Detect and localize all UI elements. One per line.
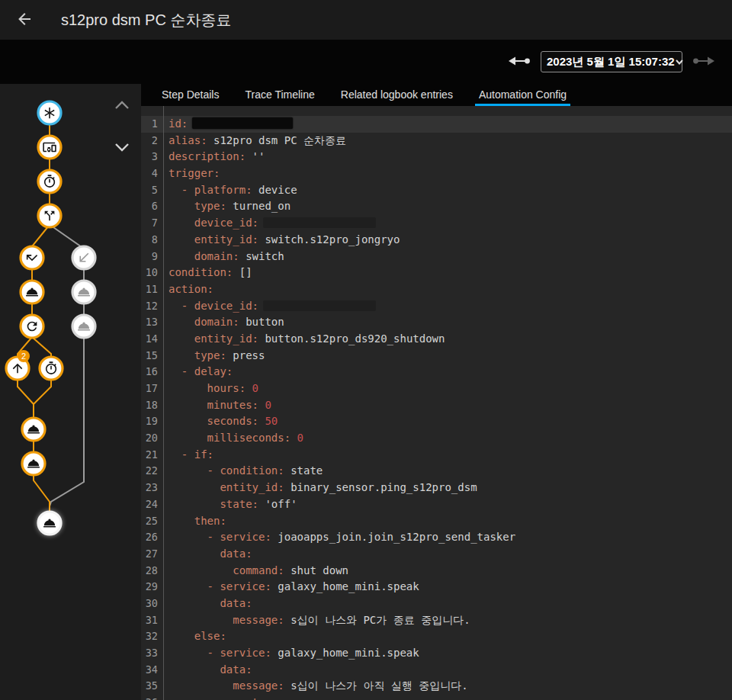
line-number: 16 — [141, 364, 163, 381]
code-line[interactable]: 20 milliseconds: 0 — [141, 430, 732, 447]
code-line[interactable]: 10condition: [] — [141, 265, 732, 281]
tab-trace-timeline[interactable]: Trace Timeline — [241, 84, 318, 106]
line-number: 14 — [141, 331, 163, 348]
code-line[interactable]: 32 else: — [141, 628, 732, 645]
code-line[interactable]: 15 type: press — [141, 348, 732, 364]
previous-trace-button[interactable] — [506, 51, 532, 72]
code-line[interactable]: 28 command: shut down — [141, 563, 732, 580]
line-number: 8 — [141, 232, 163, 249]
code-line[interactable]: 26 - service: joaoapps_join.join_s12pro_… — [141, 529, 732, 546]
graph-node-timer-icon[interactable] — [38, 170, 61, 193]
line-number: 13 — [141, 314, 163, 331]
code-line[interactable]: 36 - repeat: — [141, 695, 732, 700]
graph-node-room-service-icon[interactable] — [22, 452, 45, 475]
line-text: message: s십이 나스와 PC가 종료 중입니다. — [163, 612, 470, 629]
chevron-up-icon — [112, 97, 132, 116]
line-number: 20 — [141, 430, 163, 447]
trace-run-select[interactable]: 2023년 5월 1일 15:07:32 — [541, 51, 682, 72]
code-line[interactable]: 1id: — [141, 116, 732, 133]
graph-node-timer-icon[interactable] — [40, 357, 63, 380]
line-text: type: turned_on — [163, 198, 291, 215]
code-line[interactable]: 35 message: s십이 나스가 아직 실행 중입니다. — [141, 678, 732, 695]
code-line[interactable]: 14 entity_id: button.s12pro_ds920_shutdo… — [141, 331, 732, 348]
line-text: condition: [] — [163, 265, 252, 281]
graph-node-call-split-icon[interactable] — [38, 204, 61, 227]
tab-step-details[interactable]: Step Details — [158, 84, 223, 106]
line-text: domain: switch — [163, 249, 284, 265]
code-line[interactable]: 13 domain: button — [141, 314, 732, 331]
code-line[interactable]: 27 data: — [141, 546, 732, 563]
line-text: id: — [163, 116, 293, 133]
previous-node-button[interactable] — [111, 96, 133, 116]
code-line[interactable]: 23 entity_id: binary_sensor.ping_s12pro_… — [141, 480, 732, 496]
line-text: trigger: — [163, 165, 220, 182]
code-line[interactable]: 5 - platform: device — [141, 182, 732, 199]
code-line[interactable]: 25 then: — [141, 513, 732, 530]
graph-node-room-service-icon[interactable] — [21, 281, 43, 303]
graph-node-refresh-icon[interactable] — [21, 315, 43, 338]
code-line[interactable]: 30 data: — [141, 596, 732, 612]
line-number: 17 — [141, 381, 163, 397]
trace-graph-panel: 2 — [0, 84, 141, 700]
code-line[interactable]: 31 message: s십이 나스와 PC가 종료 중입니다. — [141, 612, 732, 629]
code-line[interactable]: 21 - if: — [141, 447, 732, 464]
code-line[interactable]: 24 state: 'off' — [141, 496, 732, 513]
graph-node-room-service-icon[interactable] — [38, 512, 61, 535]
tab-related-logbook-entries[interactable]: Related logbook entries — [337, 84, 457, 106]
graph-node-arrow-up-icon[interactable]: 2 — [6, 350, 30, 380]
graph-node-devices-icon[interactable] — [38, 136, 61, 159]
code-line[interactable]: 33 - service: galaxy_home_mini.speak — [141, 645, 732, 662]
code-line[interactable]: 7 device_id: — [141, 215, 732, 232]
code-line[interactable]: 4trigger: — [141, 165, 732, 182]
code-line[interactable]: 22 - condition: state — [141, 463, 732, 480]
line-text: - service: galaxy_home_mini.speak — [163, 579, 419, 596]
code-line[interactable]: 18 minutes: 0 — [141, 397, 732, 414]
code-line[interactable]: 2alias: s12pro dsm PC 순차종료 — [141, 133, 732, 149]
code-line[interactable]: 17 hours: 0 — [141, 381, 732, 397]
line-number: 21 — [141, 447, 163, 464]
trace-graph[interactable]: 2 — [0, 84, 141, 700]
code-line[interactable]: 29 - service: galaxy_home_mini.speak — [141, 579, 732, 596]
line-text: - platform: device — [163, 182, 297, 199]
run-band: 2023년 5월 1일 15:07:32 — [0, 40, 732, 84]
graph-node-room-service-icon[interactable] — [72, 281, 95, 303]
line-number: 31 — [141, 612, 163, 629]
gutter-separator — [163, 106, 164, 700]
code-line[interactable]: 11action: — [141, 281, 732, 298]
code-line[interactable]: 6 type: turned_on — [141, 198, 732, 215]
code-line[interactable]: 34 data: — [141, 662, 732, 679]
graph-node-call-missed-icon[interactable] — [21, 246, 43, 269]
line-text: hours: 0 — [163, 381, 258, 397]
line-number: 6 — [141, 198, 163, 215]
line-number: 18 — [141, 397, 163, 414]
line-text: data: — [163, 662, 252, 679]
line-number: 30 — [141, 596, 163, 612]
line-number: 12 — [141, 298, 163, 315]
code-line[interactable]: 8 entity_id: switch.s12pro_jongryo — [141, 232, 732, 249]
tab-automation-config[interactable]: Automation Config — [475, 84, 570, 106]
line-text: command: shut down — [163, 563, 348, 580]
line-text: description: '' — [163, 149, 265, 165]
line-text: message: s십이 나스가 아직 실행 중입니다. — [163, 678, 468, 695]
next-node-button[interactable] — [111, 138, 133, 158]
graph-node-room-service-icon[interactable] — [22, 418, 45, 441]
line-text: device_id: — [163, 215, 376, 232]
code-line[interactable]: 9 domain: switch — [141, 249, 732, 265]
line-number: 23 — [141, 480, 163, 496]
graph-node-room-service-icon[interactable] — [72, 315, 95, 338]
back-button[interactable] — [11, 6, 38, 34]
graph-node-call-received-icon[interactable] — [72, 246, 95, 269]
line-text: data: — [163, 596, 252, 612]
line-number: 33 — [141, 645, 163, 662]
next-trace-button[interactable] — [691, 51, 717, 72]
code-line[interactable]: 12 - device_id: — [141, 298, 732, 315]
code-line[interactable]: 19 seconds: 50 — [141, 413, 732, 430]
chevron-down-icon — [675, 56, 684, 69]
graph-node-asterisk-icon[interactable] — [38, 101, 61, 124]
line-text: type: press — [163, 348, 265, 364]
yaml-editor[interactable]: 1id:2alias: s12pro dsm PC 순차종료3descripti… — [141, 106, 732, 700]
line-number: 11 — [141, 281, 163, 298]
code-line[interactable]: 16 - delay: — [141, 364, 732, 381]
code-line[interactable]: 3description: '' — [141, 149, 732, 165]
line-number: 10 — [141, 265, 163, 281]
